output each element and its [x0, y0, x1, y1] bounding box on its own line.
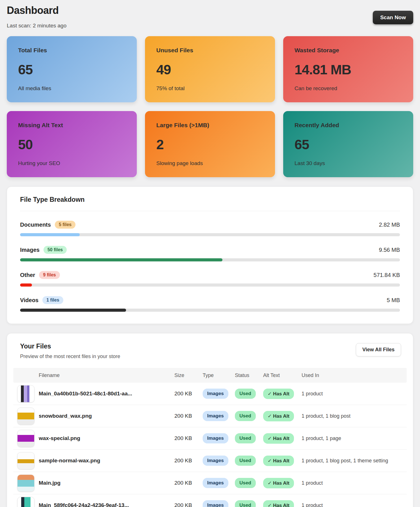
progress-fill	[20, 283, 32, 287]
column-type: Type	[203, 372, 235, 378]
file-thumbnail	[17, 430, 34, 447]
file-row: Main_589fc064-24a2-4236-9eaf-13... 200 K…	[13, 494, 407, 507]
file-thumbnail	[17, 452, 34, 469]
breakdown-label: Videos	[20, 297, 38, 304]
stat-value: 50	[18, 137, 125, 152]
type-badge: Images	[203, 478, 228, 488]
file-count-badge: 9 files	[39, 271, 60, 279]
used-in-text: 1 product	[302, 391, 407, 397]
file-row: sample-normal-wax.png 200 KB Images Used…	[13, 450, 407, 472]
status-badge: Used	[235, 411, 256, 421]
stat-card-unused-files: Unused Files 49 75% of total	[145, 36, 275, 102]
used-in-text: 1 product, 1 blog post, 1 theme setting	[302, 458, 407, 464]
status-badge: Used	[235, 478, 256, 488]
column-filename: Filename	[39, 372, 174, 378]
type-badge: Images	[203, 389, 228, 399]
type-badge: Images	[203, 456, 228, 466]
used-in-text: 1 product	[302, 480, 407, 486]
stat-title: Unused Files	[156, 47, 264, 54]
stat-card-total-files: Total Files 65 All media files	[7, 36, 137, 102]
stat-title: Missing Alt Text	[18, 122, 125, 129]
file-row: Main_0a40b01b-5021-48c1-80d1-aa... 200 K…	[13, 383, 407, 405]
has-alt-badge: ✓ Has Alt	[263, 433, 294, 444]
file-name: sample-normal-wax.png	[39, 458, 174, 464]
status-badge: Used	[235, 433, 256, 443]
stat-value: 65	[295, 137, 402, 152]
stat-card-missing-alt-text: Missing Alt Text 50 Hurting your SEO	[7, 111, 137, 177]
breakdown-row-images: Images 50 files 9.56 MB	[20, 246, 400, 261]
status-badge: Used	[235, 500, 256, 507]
divider	[20, 211, 400, 211]
breakdown-row-other: Other 9 files 571.84 KB	[20, 271, 400, 287]
column-alt-text: Alt Text	[263, 372, 302, 378]
column-used-in: Used In	[302, 372, 407, 378]
last-scan-text: Last scan: 2 minutes ago	[7, 23, 413, 29]
scan-now-button[interactable]: Scan Now	[373, 11, 413, 24]
type-badge: Images	[203, 500, 228, 507]
stat-value: 2	[156, 137, 264, 152]
file-thumbnail	[17, 474, 34, 492]
progress-fill	[20, 258, 222, 261]
file-name: Main_0a40b01b-5021-48c1-80d1-aa...	[39, 391, 174, 397]
breakdown-label: Images	[20, 247, 40, 253]
breakdown-label: Documents	[20, 222, 51, 228]
status-badge: Used	[235, 456, 256, 466]
type-badge: Images	[203, 433, 228, 443]
stat-title: Recently Added	[295, 122, 402, 129]
file-size: 200 KB	[174, 413, 203, 419]
breakdown-size-value: 9.56 MB	[379, 247, 400, 253]
breakdown-title: File Type Breakdown	[20, 196, 400, 203]
stat-title: Large Files (>1MB)	[156, 122, 264, 129]
breakdown-row-videos: Videos 1 files 5 MB	[20, 296, 400, 312]
breakdown-size-value: 571.84 KB	[374, 272, 400, 278]
page-title: Dashboard	[7, 5, 413, 16]
stat-caption: Slowing page loads	[156, 160, 264, 166]
has-alt-badge: ✓ Has Alt	[263, 411, 294, 421]
dashboard-page: Dashboard Last scan: 2 minutes ago Scan …	[0, 0, 420, 507]
file-name: wax-special.png	[39, 435, 174, 441]
file-row: snowboard_wax.png 200 KB Images Used ✓ H…	[13, 405, 407, 427]
progress-track	[20, 233, 400, 236]
stat-caption: Can be recovered	[295, 85, 402, 92]
file-size: 200 KB	[174, 480, 203, 486]
used-in-text: 1 product	[302, 502, 407, 507]
column-size: Size	[174, 372, 203, 378]
file-thumbnail	[17, 408, 34, 425]
progress-track	[20, 258, 400, 261]
progress-fill	[20, 233, 80, 236]
stat-cards-grid: Total Files 65 All media files Unused Fi…	[7, 36, 413, 177]
status-badge: Used	[235, 389, 256, 399]
stat-card-wasted-storage: Wasted Storage 14.81 MB Can be recovered	[283, 36, 413, 102]
file-type-breakdown-panel: File Type Breakdown Documents 5 files 2.…	[7, 187, 413, 324]
has-alt-badge: ✓ Has Alt	[263, 478, 294, 488]
files-table-header: Filename Size Type Status Alt Text Used …	[13, 368, 407, 383]
file-count-badge: 1 files	[42, 296, 63, 304]
file-size: 200 KB	[174, 458, 203, 464]
breakdown-size-value: 2.82 MB	[379, 222, 400, 228]
file-count-badge: 5 files	[55, 221, 75, 229]
file-thumbnail	[17, 497, 34, 507]
has-alt-badge: ✓ Has Alt	[263, 456, 294, 466]
progress-track	[20, 309, 400, 312]
type-badge: Images	[203, 411, 228, 421]
page-header: Dashboard Last scan: 2 minutes ago Scan …	[7, 5, 413, 29]
stat-card-large-files: Large Files (>1MB) 2 Slowing page loads	[145, 111, 275, 177]
has-alt-badge: ✓ Has Alt	[263, 389, 294, 399]
stat-caption: Last 30 days	[295, 160, 402, 166]
breakdown-row-documents: Documents 5 files 2.82 MB	[20, 221, 400, 236]
progress-fill	[20, 309, 126, 312]
used-in-text: 1 product, 1 blog post	[302, 413, 407, 419]
progress-track	[20, 283, 400, 287]
stat-value: 14.81 MB	[295, 62, 402, 77]
view-all-files-button[interactable]: View All Files	[356, 343, 401, 356]
your-files-title: Your Files	[20, 343, 400, 350]
stat-title: Wasted Storage	[295, 47, 402, 54]
your-files-panel: Your Files Preview of the most recent fi…	[7, 333, 413, 507]
breakdown-label: Other	[20, 272, 35, 278]
used-in-text: 1 product, 1 page	[302, 435, 407, 441]
stat-caption: Hurting your SEO	[18, 160, 125, 166]
stat-title: Total Files	[18, 47, 125, 54]
file-size: 200 KB	[174, 391, 203, 397]
file-name: Main.jpg	[39, 480, 174, 486]
file-size: 200 KB	[174, 435, 203, 441]
